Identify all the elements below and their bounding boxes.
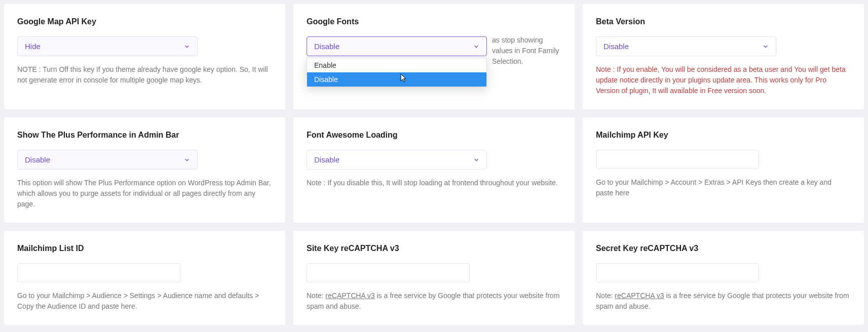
chevron-down-icon xyxy=(184,44,190,50)
title-admin-bar: Show The Plus Performance in Admin Bar xyxy=(17,131,272,140)
input-secret-key[interactable] xyxy=(596,263,759,282)
title-google-map: Google Map API Key xyxy=(17,17,272,26)
chevron-down-icon xyxy=(184,157,190,163)
title-mailchimp-list: Mailchimp List ID xyxy=(17,244,272,253)
link-recaptcha[interactable]: reCAPTCHA v3 xyxy=(325,292,374,300)
card-google-fonts: Google Fonts Disable Enable Disable as s… xyxy=(293,4,575,109)
select-font-awesome[interactable]: Disable xyxy=(307,150,487,170)
card-admin-bar: Show The Plus Performance in Admin Bar D… xyxy=(4,117,285,223)
note-beta: Note : If you enable, You will be consid… xyxy=(596,64,851,96)
dropdown-option-disable[interactable]: Disable xyxy=(307,72,486,87)
note-google-map: NOTE : Turn Off this key If you theme al… xyxy=(17,64,272,86)
chevron-down-icon xyxy=(473,44,479,50)
select-value: Disable xyxy=(603,42,629,51)
chevron-down-icon xyxy=(763,44,769,50)
card-google-map: Google Map API Key Hide NOTE : Turn Off … xyxy=(4,4,285,109)
select-value: Disable xyxy=(314,42,339,51)
title-secret-key: Secret Key reCAPTCHA v3 xyxy=(596,244,851,253)
title-mailchimp-key: Mailchimp API Key xyxy=(596,131,851,140)
select-admin-bar[interactable]: Disable xyxy=(17,150,198,170)
card-font-awesome: Font Awesome Loading Disable Note : If y… xyxy=(293,117,575,223)
note-font-awesome: Note : If you disable this, It will stop… xyxy=(307,178,561,188)
note-mailchimp-list: Go to your Mailchimp > Audience > Settin… xyxy=(17,290,272,312)
title-site-key: Site Key reCAPTCHA v3 xyxy=(307,244,561,253)
input-mailchimp-list[interactable] xyxy=(17,263,180,282)
select-value: Disable xyxy=(25,155,50,164)
link-recaptcha[interactable]: reCAPTCHA v3 xyxy=(615,292,664,300)
note-google-fonts: as stop showing values in Font Family Se… xyxy=(492,35,561,72)
input-site-key[interactable] xyxy=(307,263,470,282)
select-google-map[interactable]: Hide xyxy=(17,36,198,56)
card-mailchimp-key: Mailchimp API Key Go to your Mailchimp >… xyxy=(583,117,864,223)
input-mailchimp-key[interactable] xyxy=(596,150,759,169)
select-value: Hide xyxy=(25,42,41,51)
note-secret-key: Note: reCAPTCHA v3 is a free service by … xyxy=(596,290,851,312)
chevron-down-icon xyxy=(473,157,479,163)
card-site-key: Site Key reCAPTCHA v3 Note: reCAPTCHA v3… xyxy=(293,231,575,325)
title-font-awesome: Font Awesome Loading xyxy=(307,131,561,140)
card-beta: Beta Version Disable Note : If you enabl… xyxy=(583,4,864,109)
card-mailchimp-list: Mailchimp List ID Go to your Mailchimp >… xyxy=(4,231,285,325)
note-site-key: Note: reCAPTCHA v3 is a free service by … xyxy=(307,290,561,312)
select-value: Disable xyxy=(314,155,339,164)
card-secret-key: Secret Key reCAPTCHA v3 Note: reCAPTCHA … xyxy=(583,231,864,325)
dropdown-option-enable[interactable]: Enable xyxy=(307,58,486,72)
title-google-fonts: Google Fonts xyxy=(307,17,561,26)
select-google-fonts[interactable]: Disable xyxy=(307,36,487,56)
dropdown-google-fonts: Enable Disable xyxy=(307,58,487,87)
select-beta[interactable]: Disable xyxy=(596,36,776,56)
note-mailchimp-key: Go to your Mailchimp > Account > Extras … xyxy=(596,177,851,198)
note-admin-bar: This option will show The Plus Performan… xyxy=(17,178,272,210)
title-beta: Beta Version xyxy=(596,17,851,26)
